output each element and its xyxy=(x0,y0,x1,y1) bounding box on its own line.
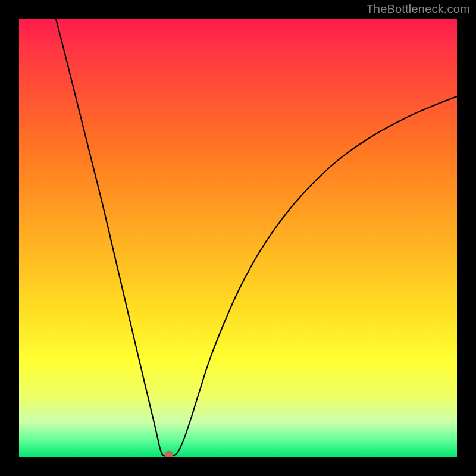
chart-svg xyxy=(19,19,457,457)
chart-frame: TheBottleneck.com xyxy=(0,0,476,476)
plot-area xyxy=(19,19,457,457)
curve-line xyxy=(56,19,457,456)
minimum-marker xyxy=(165,451,173,457)
watermark-text: TheBottleneck.com xyxy=(366,2,470,16)
